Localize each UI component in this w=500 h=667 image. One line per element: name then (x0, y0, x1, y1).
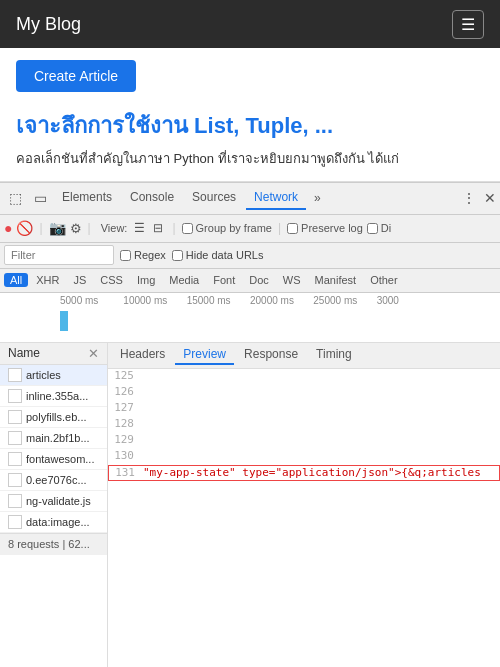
file-icon-articles (8, 368, 22, 382)
filter-icon[interactable]: ⚙ (70, 221, 82, 236)
di-checkbox[interactable]: Di (367, 222, 391, 234)
code-view: 125 126 127 128 129 (108, 369, 500, 668)
subtab-response[interactable]: Response (236, 345, 306, 365)
group-by-frame-label: Group by frame (196, 222, 272, 234)
navbar: My Blog ☰ (0, 0, 500, 48)
type-font-button[interactable]: Font (207, 273, 241, 287)
file-name-fontawesome: fontawesom... (26, 453, 94, 465)
line-num-125: 125 (112, 369, 142, 385)
file-item-fontawesome[interactable]: fontawesom... (0, 449, 107, 470)
file-icon-0ee (8, 473, 22, 487)
file-item-ng-validate[interactable]: ng-validate.js (0, 491, 107, 512)
separator4: | (278, 221, 281, 235)
separator2: | (88, 221, 91, 235)
tab-network[interactable]: Network (246, 186, 306, 210)
file-name-data-image: data:image... (26, 516, 90, 528)
line-num-126: 126 (112, 385, 142, 401)
filelist-close-icon[interactable]: ✕ (88, 346, 99, 361)
view-list-button[interactable]: ☰ (131, 220, 148, 236)
create-article-button[interactable]: Create Article (16, 60, 136, 92)
subtab-timing[interactable]: Timing (308, 345, 360, 365)
hide-data-urls-label: Hide data URLs (186, 249, 264, 261)
type-all-button[interactable]: All (4, 273, 28, 287)
filelist-header: Name ✕ (0, 343, 107, 365)
inspect-icon-button[interactable]: ⬚ (4, 186, 27, 210)
code-line-126: 126 (108, 385, 500, 401)
file-name-ng-validate: ng-validate.js (26, 495, 91, 507)
devtools-right-panel: Headers Preview Response Timing 125 126 … (108, 343, 500, 668)
timeline-label-0: 5000 ms (60, 295, 123, 306)
file-icon-polyfills (8, 410, 22, 424)
blog-area: Create Article เจาะลึกการใช้งาน List, Tu… (0, 48, 500, 182)
status-bar: 8 requests | 62... (0, 533, 107, 555)
timeline-label-2: 15000 ms (187, 295, 250, 306)
status-text: 8 requests | 62... (8, 538, 90, 550)
code-line-127: 127 (108, 401, 500, 417)
line-num-131: 131 (113, 466, 143, 480)
file-item-articles[interactable]: articles (0, 365, 107, 386)
code-line-129: 129 (108, 433, 500, 449)
type-img-button[interactable]: Img (131, 273, 161, 287)
file-item-data-image[interactable]: data:image... (0, 512, 107, 533)
tab-elements[interactable]: Elements (54, 186, 120, 210)
type-xhr-button[interactable]: XHR (30, 273, 65, 287)
devtools-dots-icon[interactable]: ⋮ (462, 190, 476, 206)
tab-sources[interactable]: Sources (184, 186, 244, 210)
view-grid-button[interactable]: ⊟ (150, 220, 166, 236)
devtools-main: Name ✕ articles inline.355a... polyfills… (0, 343, 500, 668)
file-name-articles: articles (26, 369, 61, 381)
device-toolbar-button[interactable]: ▭ (29, 186, 52, 210)
subtab-preview[interactable]: Preview (175, 345, 234, 365)
file-name-polyfills: polyfills.eb... (26, 411, 87, 423)
type-css-button[interactable]: CSS (94, 273, 129, 287)
regex-label: Regex (134, 249, 166, 261)
devtools-tabbar: ⬚ ▭ Elements Console Sources Network » ⋮… (0, 183, 500, 215)
timeline-bar-area (60, 306, 500, 336)
type-ws-button[interactable]: WS (277, 273, 307, 287)
tab-more[interactable]: » (308, 187, 327, 209)
type-js-button[interactable]: JS (67, 273, 92, 287)
type-media-button[interactable]: Media (163, 273, 205, 287)
record-button[interactable]: ● (4, 220, 12, 236)
file-icon-fontawesome (8, 452, 22, 466)
type-other-button[interactable]: Other (364, 273, 404, 287)
devtools-panel: ⬚ ▭ Elements Console Sources Network » ⋮… (0, 182, 500, 668)
file-item-polyfills[interactable]: polyfills.eb... (0, 407, 107, 428)
file-item-inline[interactable]: inline.355a... (0, 386, 107, 407)
code-line-128: 128 (108, 417, 500, 433)
regex-checkbox[interactable]: Regex (120, 249, 166, 261)
code-line-130: 130 (108, 449, 500, 465)
code-line-125: 125 (108, 369, 500, 385)
devtools-filelist: Name ✕ articles inline.355a... polyfills… (0, 343, 108, 668)
separator1: | (39, 221, 42, 235)
file-icon-data-image (8, 515, 22, 529)
view-buttons: ☰ ⊟ (131, 220, 166, 236)
clear-button[interactable]: 🚫 (16, 220, 33, 236)
devtools-filterbar: Regex Hide data URLs (0, 243, 500, 269)
file-item-main[interactable]: main.2bf1b... (0, 428, 107, 449)
timeline-label-4: 25000 ms (313, 295, 376, 306)
preserve-log-checkbox[interactable]: Preserve log (287, 222, 363, 234)
type-doc-button[interactable]: Doc (243, 273, 275, 287)
filter-input[interactable] (4, 245, 114, 265)
hamburger-button[interactable]: ☰ (452, 10, 484, 39)
file-name-0ee: 0.ee7076c... (26, 474, 87, 486)
view-label: View: (101, 222, 128, 234)
devtools-typebar: All XHR JS CSS Img Media Font Doc WS Man… (0, 269, 500, 293)
timeline-label-3: 20000 ms (250, 295, 313, 306)
type-manifest-button[interactable]: Manifest (309, 273, 363, 287)
group-by-frame-checkbox[interactable]: Group by frame (182, 222, 272, 234)
screenshot-button[interactable]: 📷 (49, 220, 66, 236)
devtools-more-options: ⋮ ✕ (462, 190, 496, 206)
tab-console[interactable]: Console (122, 186, 182, 210)
devtools-timeline: 5000 ms 10000 ms 15000 ms 20000 ms 25000… (0, 293, 500, 343)
timeline-label-1: 10000 ms (123, 295, 186, 306)
hide-data-urls-checkbox[interactable]: Hide data URLs (172, 249, 264, 261)
blog-post-title: เจาะลึกการใช้งาน List, Tuple, ... (16, 108, 484, 143)
file-item-0ee[interactable]: 0.ee7076c... (0, 470, 107, 491)
subtab-headers[interactable]: Headers (112, 345, 173, 365)
line-num-127: 127 (112, 401, 142, 417)
preserve-log-label: Preserve log (301, 222, 363, 234)
di-label: Di (381, 222, 391, 234)
devtools-close-icon[interactable]: ✕ (484, 190, 496, 206)
